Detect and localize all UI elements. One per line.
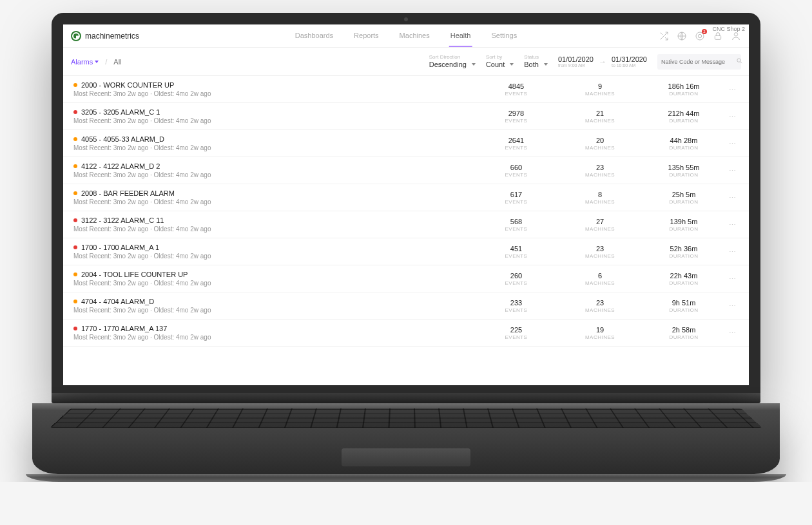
- alarm-title: 4704 - 4704 ALARM_D: [81, 298, 154, 305]
- nav-tab-settings[interactable]: Settings: [490, 25, 518, 47]
- row-more-icon[interactable]: ⋯: [726, 248, 739, 256]
- search-box[interactable]: [657, 54, 741, 70]
- svg-rect-3: [715, 35, 720, 39]
- status-value: Both: [524, 61, 539, 69]
- status-label: Status: [524, 54, 548, 61]
- metric-machines-label: MACHINES: [558, 307, 642, 313]
- metric-events-value: 660: [474, 164, 558, 171]
- metric-machines-value: 19: [558, 326, 642, 334]
- search-input[interactable]: [661, 59, 733, 65]
- alarm-title: 1700 - 1700 ALARM_A 1: [81, 243, 159, 251]
- alarm-row-info: 1770 - 1770 ALARM_A 137Most Recent: 3mo …: [73, 325, 474, 341]
- alarm-row[interactable]: 3122 - 3122 ALARM_C 11Most Recent: 3mo 2…: [63, 211, 749, 238]
- nav-tab-machines[interactable]: Machines: [398, 25, 431, 47]
- metric-machines-value: 9: [558, 82, 642, 90]
- alarm-row[interactable]: 1770 - 1770 ALARM_A 137Most Recent: 3mo …: [63, 320, 749, 347]
- date-to[interactable]: 01/31/2020 to 10:00 AM: [612, 55, 647, 68]
- metric-events-value: 451: [474, 245, 558, 253]
- trackpad: [342, 448, 470, 466]
- metric-duration-label: DURATION: [642, 280, 726, 286]
- severity-dot-icon: [73, 272, 77, 276]
- nav-tab-dashboards[interactable]: Dashboards: [294, 25, 334, 47]
- date-from-sub: from 9:00 AM: [558, 63, 594, 68]
- notification-badge: 2: [702, 29, 707, 34]
- alarm-row[interactable]: 2008 - BAR FEEDER ALARMMost Recent: 3mo …: [63, 184, 749, 211]
- sort-direction-select[interactable]: Sort Direction Descending: [429, 54, 476, 69]
- metric-events-label: EVENTS: [474, 145, 558, 151]
- metric-duration: 9h 51mDURATION: [642, 299, 726, 313]
- row-more-icon[interactable]: ⋯: [726, 302, 739, 310]
- metric-machines-value: 20: [558, 137, 642, 144]
- alarm-row-info: 4704 - 4704 ALARM_DMost Recent: 3mo 2w a…: [73, 298, 474, 314]
- alarm-row[interactable]: 1700 - 1700 ALARM_A 1Most Recent: 3mo 2w…: [63, 238, 749, 265]
- search-icon: [736, 57, 743, 66]
- metric-events: 233EVENTS: [474, 299, 558, 313]
- row-more-icon[interactable]: ⋯: [726, 140, 739, 148]
- metric-events: 660EVENTS: [474, 164, 558, 178]
- row-more-icon[interactable]: ⋯: [726, 113, 739, 120]
- user-icon[interactable]: [731, 31, 741, 41]
- alarm-row[interactable]: 4055 - 4055-33 ALARM_DMost Recent: 3mo 2…: [63, 130, 749, 157]
- alarm-row-info: 3205 - 3205 ALARM_C 1Most Recent: 3mo 2w…: [73, 108, 474, 124]
- shuffle-icon[interactable]: [659, 31, 669, 41]
- metric-events-value: 2978: [474, 110, 558, 117]
- sort-by-label: Sort by: [486, 54, 514, 61]
- chevron-down-icon: [510, 63, 514, 66]
- app-window: CNC Shop 2 machinemetrics DashboardsRepo…: [63, 24, 749, 385]
- globe-icon[interactable]: [677, 31, 687, 41]
- alarm-subline: Most Recent: 3mo 2w ago · Oldest: 4mo 2w…: [73, 307, 474, 314]
- metric-machines-label: MACHINES: [558, 91, 642, 97]
- metric-machines-value: 27: [558, 218, 642, 225]
- metric-events-value: 4845: [474, 82, 558, 90]
- alarm-title: 1770 - 1770 ALARM_A 137: [81, 325, 167, 332]
- brand[interactable]: machinemetrics: [71, 31, 139, 41]
- svg-point-2: [698, 34, 701, 37]
- row-more-icon[interactable]: ⋯: [726, 86, 739, 93]
- alarm-row[interactable]: 2000 - WORK COUNTER UPMost Recent: 3mo 2…: [63, 76, 749, 103]
- alarm-row-info: 3122 - 3122 ALARM_C 11Most Recent: 3mo 2…: [73, 216, 474, 233]
- breadcrumb-alarms-label: Alarms: [71, 58, 93, 66]
- alarm-subline: Most Recent: 3mo 2w ago · Oldest: 4mo 2w…: [73, 334, 474, 341]
- alarm-row[interactable]: 4704 - 4704 ALARM_DMost Recent: 3mo 2w a…: [63, 292, 749, 320]
- alarm-title: 3122 - 3122 ALARM_C 11: [81, 216, 164, 224]
- notification-icon[interactable]: 2: [695, 31, 705, 41]
- metric-events: 2641EVENTS: [474, 137, 558, 151]
- alarm-row[interactable]: 4122 - 4122 ALARM_D 2Most Recent: 3mo 2w…: [63, 157, 749, 184]
- metric-machines: 19MACHINES: [558, 326, 642, 340]
- metric-machines-label: MACHINES: [558, 253, 642, 259]
- metric-events-value: 225: [474, 326, 558, 334]
- laptop-base: [32, 403, 780, 474]
- row-more-icon[interactable]: ⋯: [726, 167, 739, 175]
- nav-tab-health[interactable]: Health: [449, 25, 472, 47]
- row-more-icon[interactable]: ⋯: [726, 275, 739, 283]
- metric-machines-value: 21: [558, 110, 642, 117]
- metric-machines: 9MACHINES: [558, 82, 642, 97]
- metric-machines-value: 23: [558, 164, 642, 171]
- alarm-row[interactable]: 2004 - TOOL LIFE COUNTER UPMost Recent: …: [63, 265, 749, 292]
- row-more-icon[interactable]: ⋯: [726, 329, 739, 337]
- metric-events-value: 260: [474, 272, 558, 280]
- nav-tab-reports[interactable]: Reports: [353, 25, 380, 47]
- filters-right: Sort Direction Descending Sort by Count: [429, 54, 741, 70]
- metric-machines: 21MACHINES: [558, 110, 642, 124]
- row-more-icon[interactable]: ⋯: [726, 221, 739, 229]
- status-select[interactable]: Status Both: [524, 54, 548, 69]
- metric-duration-label: DURATION: [642, 226, 726, 232]
- lock-icon[interactable]: [713, 31, 723, 41]
- brand-text: machinemetrics: [85, 32, 139, 41]
- alarm-row-info: 2008 - BAR FEEDER ALARMMost Recent: 3mo …: [73, 189, 474, 205]
- metric-duration-value: 2h 58m: [642, 326, 726, 334]
- sort-by-select[interactable]: Sort by Count: [486, 54, 514, 69]
- metric-machines-label: MACHINES: [558, 226, 642, 232]
- alarm-subline: Most Recent: 3mo 2w ago · Oldest: 4mo 2w…: [73, 171, 474, 178]
- metric-events-label: EVENTS: [474, 253, 558, 259]
- breadcrumb-alarms[interactable]: Alarms: [71, 58, 99, 66]
- metric-duration-value: 44h 28m: [642, 137, 726, 144]
- metric-machines: 8MACHINES: [558, 191, 642, 205]
- metric-duration-value: 139h 5m: [642, 218, 726, 225]
- row-more-icon[interactable]: ⋯: [726, 194, 739, 202]
- alarm-subline: Most Recent: 3mo 2w ago · Oldest: 4mo 2w…: [73, 198, 474, 205]
- metric-duration-label: DURATION: [642, 91, 726, 97]
- alarm-row[interactable]: 3205 - 3205 ALARM_C 1Most Recent: 3mo 2w…: [63, 103, 749, 130]
- date-from[interactable]: 01/01/2020 from 9:00 AM: [558, 55, 594, 68]
